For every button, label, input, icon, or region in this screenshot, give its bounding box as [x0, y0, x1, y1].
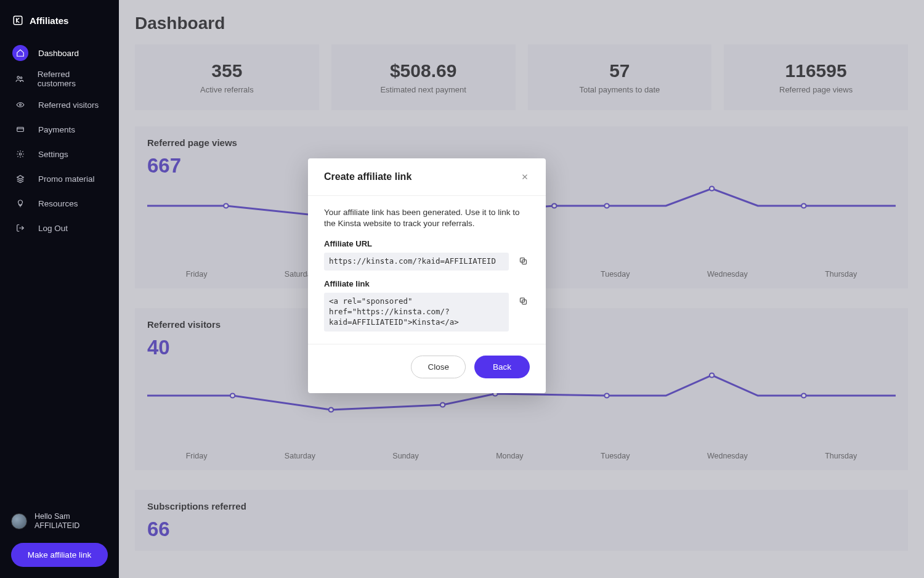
sidebar-item-customers[interactable]: Referred customers	[0, 65, 119, 92]
sidebar-item-promo[interactable]: Promo material	[0, 166, 119, 191]
affiliate-url-value[interactable]: https://kinsta.com/?kaid=AFFILIATEID	[324, 253, 509, 271]
affiliate-url-label: Affiliate URL	[324, 239, 530, 248]
eye-icon	[12, 97, 28, 113]
svg-point-3	[20, 104, 22, 106]
brand-logo-icon	[12, 15, 23, 26]
sidebar-item-label: Promo material	[38, 174, 95, 184]
card-icon	[12, 121, 28, 137]
svg-rect-4	[17, 128, 24, 132]
svg-point-1	[17, 76, 20, 79]
sidebar-item-label: Dashboard	[38, 49, 79, 58]
back-button[interactable]: Back	[474, 356, 530, 378]
sidebar-item-payments[interactable]: Payments	[0, 117, 119, 142]
sidebar-item-label: Referred customers	[38, 70, 107, 88]
users-icon	[12, 71, 28, 87]
create-affiliate-link-modal: Create affiliate link Your affiliate lin…	[308, 158, 546, 393]
user-block[interactable]: Hello Sam AFFILIATEID	[0, 506, 119, 537]
affiliate-link-label: Affiliate link	[324, 279, 530, 288]
user-id: AFFILIATEID	[34, 521, 79, 531]
svg-rect-0	[14, 16, 22, 25]
modal-title: Create affiliate link	[324, 171, 411, 182]
layers-icon	[12, 171, 28, 187]
modal-description: Your affiliate link has been generated. …	[324, 207, 530, 229]
svg-point-2	[20, 77, 22, 79]
sidebar: Affiliates Dashboard Referred customers …	[0, 0, 119, 578]
affiliate-link-value[interactable]: <a rel="sponsored" href="https://kinsta.…	[324, 293, 509, 332]
user-greeting: Hello Sam	[34, 512, 79, 521]
sidebar-item-label: Referred visitors	[38, 100, 99, 110]
sidebar-item-label: Payments	[38, 125, 75, 134]
logout-icon	[12, 220, 28, 236]
sidebar-item-visitors[interactable]: Referred visitors	[0, 92, 119, 117]
close-button[interactable]: Close	[411, 356, 466, 378]
avatar	[11, 513, 27, 529]
sidebar-item-label: Resources	[38, 199, 78, 208]
sidebar-item-logout[interactable]: Log Out	[0, 216, 119, 240]
gear-icon	[12, 146, 28, 162]
copy-link-button[interactable]	[516, 294, 530, 307]
bulb-icon	[12, 195, 28, 211]
home-icon	[12, 45, 28, 61]
brand-label: Affiliates	[30, 15, 68, 26]
sidebar-item-label: Log Out	[38, 224, 68, 233]
nav: Dashboard Referred customers Referred vi…	[0, 37, 119, 240]
svg-point-5	[19, 153, 22, 155]
copy-url-button[interactable]	[516, 254, 530, 267]
sidebar-item-resources[interactable]: Resources	[0, 191, 119, 216]
sidebar-item-settings[interactable]: Settings	[0, 142, 119, 166]
sidebar-item-label: Settings	[38, 150, 68, 159]
sidebar-item-dashboard[interactable]: Dashboard	[0, 41, 119, 65]
brand: Affiliates	[0, 9, 119, 37]
make-affiliate-link-button[interactable]: Make affiliate link	[11, 543, 108, 567]
close-icon[interactable]	[519, 171, 531, 183]
